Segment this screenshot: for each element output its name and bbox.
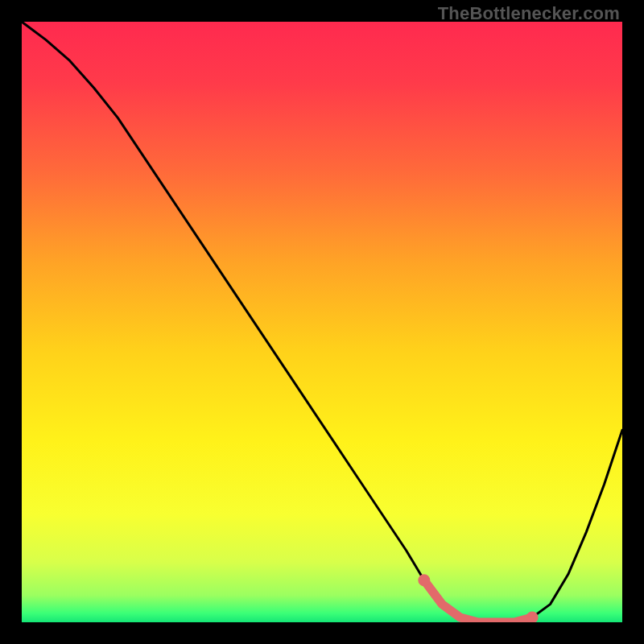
chart-svg bbox=[22, 22, 622, 622]
plot-area bbox=[22, 22, 622, 622]
highlight-endpoint bbox=[418, 574, 430, 586]
chart-frame: TheBottlenecker.com bbox=[0, 0, 644, 644]
